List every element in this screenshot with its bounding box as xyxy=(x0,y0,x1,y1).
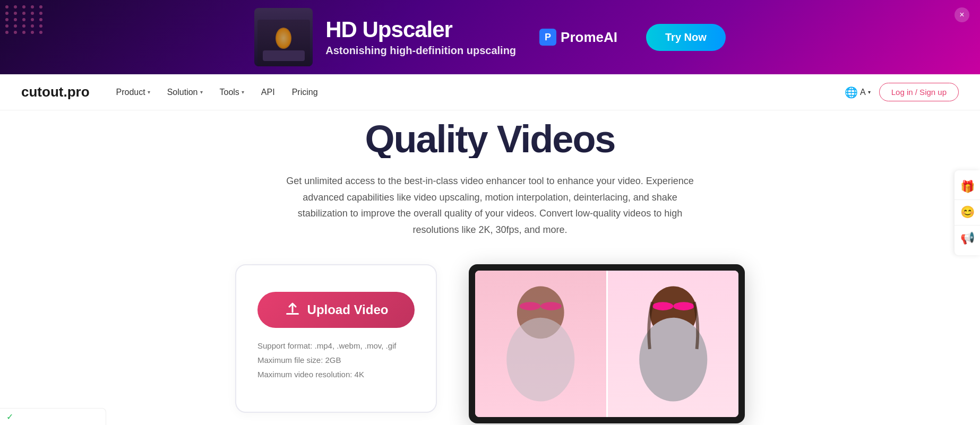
face-icon: 😊 xyxy=(960,205,975,219)
svg-rect-0 xyxy=(286,313,299,315)
navbar: cutout.pro Product ▾ Solution ▾ Tools ▾ … xyxy=(0,74,980,110)
upload-video-button[interactable]: Upload Video xyxy=(257,292,415,328)
ad-content: HD Upscaler Astonishing high-definition … xyxy=(254,8,726,66)
hero-description: Get unlimited access to the best-in-clas… xyxy=(283,173,697,238)
nav-links: Product ▾ Solution ▾ Tools ▾ API Pricing xyxy=(116,85,845,99)
resolution-info: Maximum video resolution: 4K xyxy=(257,367,415,381)
nav-item-solution[interactable]: Solution ▾ xyxy=(167,85,203,99)
svg-point-2 xyxy=(506,318,574,402)
upload-card: Upload Video Support format: .mp4, .webm… xyxy=(235,264,437,413)
login-signup-button[interactable]: Log in / Sign up xyxy=(879,83,959,101)
preview-screen xyxy=(475,271,738,417)
face-sidebar-button[interactable]: 😊 xyxy=(955,200,980,225)
preview-divider xyxy=(606,271,608,417)
format-info: Support format: .mp4, .webm, .mov, .gif xyxy=(257,339,415,353)
upload-icon xyxy=(284,301,301,318)
nav-item-pricing[interactable]: Pricing xyxy=(292,85,318,99)
filesize-info: Maximum file size: 2GB xyxy=(257,353,415,367)
ad-brand-icon: P xyxy=(539,29,556,46)
hero-title: Quality Videos xyxy=(365,121,615,158)
nav-right: 🌐 A ▾ Log in / Sign up xyxy=(845,83,959,101)
hero-title-wrapper: Quality Videos xyxy=(193,121,787,158)
svg-point-7 xyxy=(652,302,673,311)
chevron-down-icon: ▾ xyxy=(148,89,150,95)
content-row: Upload Video Support format: .mp4, .webm… xyxy=(193,264,787,423)
chevron-down-icon: ▾ xyxy=(200,89,203,95)
nav-item-product[interactable]: Product ▾ xyxy=(116,85,150,99)
ad-brand: P PromeAI xyxy=(539,29,617,46)
logo[interactable]: cutout.pro xyxy=(21,84,90,100)
notification-icon: 📢 xyxy=(960,231,975,245)
language-button[interactable]: 🌐 A ▾ xyxy=(845,86,871,99)
right-sidebar: 🎁 😊 📢 xyxy=(955,170,980,255)
nav-label-pricing: Pricing xyxy=(292,88,318,97)
ad-text-block: HD Upscaler Astonishing high-definition … xyxy=(325,18,516,56)
translate-icon: 🌐 xyxy=(845,86,858,99)
ad-close-button[interactable]: × xyxy=(955,7,969,22)
ad-try-now-button[interactable]: Try Now xyxy=(646,24,726,51)
nav-label-product: Product xyxy=(116,88,145,97)
preview-before xyxy=(475,271,606,417)
svg-point-3 xyxy=(520,302,540,311)
upload-btn-label: Upload Video xyxy=(307,302,389,317)
upload-info: Support format: .mp4, .webm, .mov, .gif … xyxy=(257,339,415,381)
check-icon: ✓ xyxy=(6,412,13,422)
gift-icon: 🎁 xyxy=(960,180,975,194)
preview-laptop xyxy=(469,264,745,423)
nav-item-api[interactable]: API xyxy=(261,85,275,99)
gift-sidebar-button[interactable]: 🎁 xyxy=(955,175,980,200)
ad-title: HD Upscaler xyxy=(325,18,516,42)
chevron-down-icon: ▾ xyxy=(242,89,244,95)
ad-image xyxy=(254,8,313,66)
ad-banner: HD Upscaler Astonishing high-definition … xyxy=(0,0,980,74)
nav-label-tools: Tools xyxy=(220,88,239,97)
chevron-down-icon: ▾ xyxy=(868,89,871,95)
ad-subtitle: Astonishing high-definition upscaling xyxy=(325,45,516,57)
ad-brand-name: PromeAI xyxy=(561,29,617,46)
nav-label-solution: Solution xyxy=(167,88,198,97)
bottom-bar: ✓ xyxy=(0,408,106,425)
nav-item-tools[interactable]: Tools ▾ xyxy=(220,85,244,99)
notification-sidebar-button[interactable]: 📢 xyxy=(955,225,980,251)
lang-label: A xyxy=(860,88,866,97)
nav-label-api: API xyxy=(261,88,275,97)
svg-point-4 xyxy=(540,302,561,311)
svg-point-8 xyxy=(673,302,694,311)
preview-after xyxy=(608,271,739,417)
ad-decorative-dots xyxy=(0,0,42,74)
main-content: Quality Videos Get unlimited access to t… xyxy=(171,110,809,425)
